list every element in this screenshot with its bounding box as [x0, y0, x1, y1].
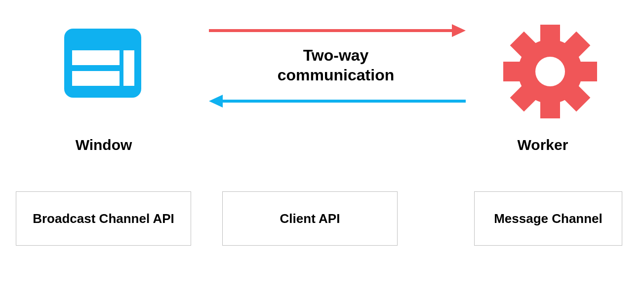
api-box-client-api: Client API	[222, 191, 398, 246]
svg-rect-11	[503, 62, 523, 81]
gear-icon	[501, 22, 600, 121]
twoway-communication-diagram: Two-way communication Window Worker Broa…	[0, 0, 644, 293]
center-label-line1: Two-way	[303, 46, 369, 64]
svg-rect-1	[72, 50, 120, 65]
svg-point-13	[535, 57, 565, 86]
svg-marker-17	[209, 95, 223, 108]
center-label-line2: communication	[278, 66, 394, 84]
arrow-worker-to-window-icon	[209, 93, 466, 110]
api-box-message-channel: Message Channel	[474, 191, 622, 246]
center-label: Two-way communication	[232, 45, 440, 85]
window-title: Window	[64, 137, 143, 153]
api-box-broadcast-channel: Broadcast Channel API	[16, 191, 191, 246]
worker-title: Worker	[498, 137, 587, 153]
arrow-window-to-worker-icon	[209, 22, 466, 39]
svg-rect-3	[123, 50, 134, 86]
svg-rect-5	[540, 25, 560, 44]
window-icon	[64, 29, 141, 98]
svg-rect-7	[577, 62, 597, 81]
svg-rect-2	[72, 71, 120, 86]
svg-rect-9	[540, 99, 560, 118]
svg-marker-15	[452, 24, 466, 37]
